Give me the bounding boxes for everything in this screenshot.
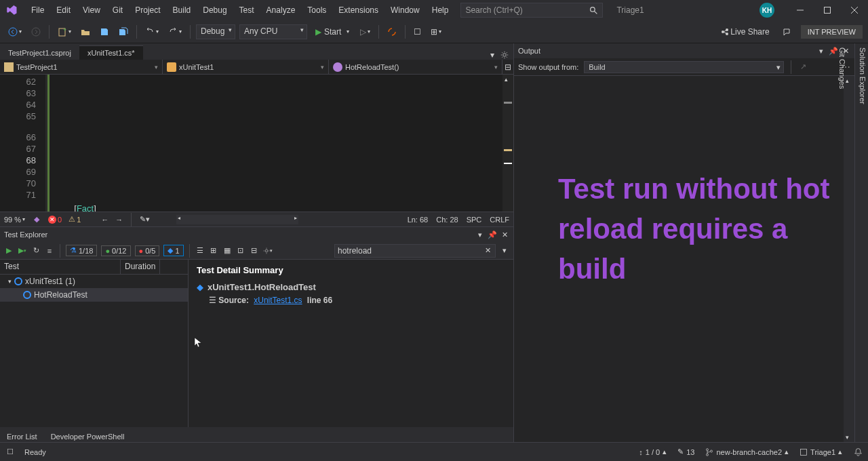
hot-reload-button[interactable] xyxy=(384,25,399,39)
menu-window[interactable]: Window xyxy=(385,3,425,18)
menu-build[interactable]: Build xyxy=(167,3,197,18)
tab-error-list[interactable]: Error List xyxy=(0,430,44,442)
nav-method-select[interactable]: HotReloadTest() xyxy=(329,60,502,74)
code-area[interactable]: [Fact] ⓘ | 0 references public void HotR… xyxy=(57,75,502,212)
col-indicator[interactable]: Ch: 28 xyxy=(436,216,458,224)
nav-fwd-button[interactable] xyxy=(28,25,43,39)
status-branch[interactable]: new-branch-cache2 ▴ xyxy=(705,447,789,456)
output-category-select[interactable]: Build xyxy=(584,61,784,73)
start-without-debug-button[interactable]: ▷▾ xyxy=(357,25,373,39)
nav-back-button[interactable]: ▾ xyxy=(5,25,24,39)
search-box[interactable]: Search (Ctrl+Q) xyxy=(460,3,603,18)
live-share-button[interactable]: Live Share xyxy=(717,25,772,39)
avatar[interactable]: KH xyxy=(760,3,774,18)
editor-scrollbar[interactable]: ▴ xyxy=(502,75,513,212)
minimize-button[interactable] xyxy=(787,0,814,20)
save-button[interactable] xyxy=(97,25,112,39)
menu-git[interactable]: Git xyxy=(107,3,128,18)
filter-button[interactable]: ☰ xyxy=(195,246,205,256)
goto-button[interactable]: ↗ xyxy=(798,62,808,72)
nav-prev[interactable]: ← xyxy=(101,216,108,224)
test-item-row[interactable]: HotReloadTest xyxy=(0,288,188,302)
output-body[interactable]: Test run without hot reload requires a b… xyxy=(514,76,844,442)
pin-icon[interactable]: 📌 xyxy=(829,46,838,56)
menu-view[interactable]: View xyxy=(77,3,106,18)
counter-fail[interactable]: ●0/5 xyxy=(135,245,160,256)
indent-indicator[interactable]: SPC xyxy=(467,216,482,224)
error-count[interactable]: ✕0 xyxy=(48,216,62,224)
save-all-button[interactable] xyxy=(116,25,131,39)
bell-icon[interactable] xyxy=(853,447,863,457)
maximize-button[interactable] xyxy=(814,0,841,20)
panel-dropdown-icon[interactable]: ▾ xyxy=(475,230,485,239)
col-test[interactable]: Test xyxy=(0,260,121,274)
run-button[interactable]: ▶▾ xyxy=(18,246,27,256)
svg-point-14 xyxy=(265,249,268,252)
zoom-level[interactable]: 99 % ▾ xyxy=(4,216,25,224)
menu-test[interactable]: Test xyxy=(234,3,260,18)
start-button[interactable]: ▶Start▾ xyxy=(311,26,353,38)
link-button[interactable]: ⊞▾ xyxy=(428,25,444,39)
new-button[interactable]: +▾ xyxy=(55,25,74,39)
split-editor-button[interactable]: ⊟ xyxy=(502,60,513,74)
repeat-button[interactable]: ↻ xyxy=(31,246,41,256)
menu-file[interactable]: File xyxy=(26,3,50,18)
feedback-button[interactable] xyxy=(779,25,794,39)
counter-total[interactable]: ⚗1/18 xyxy=(66,245,97,256)
run-all-button[interactable]: ▶ xyxy=(4,246,14,256)
test-search-input[interactable] xyxy=(338,246,483,256)
menu-extensions[interactable]: Extensions xyxy=(333,3,384,18)
menu-debug[interactable]: Debug xyxy=(197,3,232,18)
test-search-box[interactable]: ✕ xyxy=(334,244,496,258)
close-button[interactable] xyxy=(841,0,868,20)
test-group-row[interactable]: ▾ xUnitTest1 (1) xyxy=(0,275,188,288)
browser-button[interactable]: ☐ xyxy=(411,25,424,39)
status-repo[interactable]: Triage1 ▴ xyxy=(800,447,842,456)
pin-icon[interactable]: 📌 xyxy=(488,230,497,239)
tab-powershell[interactable]: Developer PowerShell xyxy=(44,430,132,442)
columns-button[interactable]: ▦ xyxy=(222,246,232,256)
tab-overflow-icon[interactable]: ▾ xyxy=(488,50,497,60)
warning-count[interactable]: ⚠1 xyxy=(68,215,81,224)
status-lines[interactable]: ↕ 1 / 0 ▴ xyxy=(639,447,667,456)
nav-next[interactable]: → xyxy=(115,216,123,224)
source-link[interactable]: xUnitTest1.cs xyxy=(254,296,302,305)
menu-analyze[interactable]: Analyze xyxy=(261,3,301,18)
counter-notrun[interactable]: ◆1 xyxy=(163,245,183,256)
menu-project[interactable]: Project xyxy=(130,3,165,18)
output-scrollbar[interactable]: ▴ ▾ xyxy=(844,76,854,442)
group-button[interactable]: ⊞ xyxy=(209,246,218,256)
expand-button[interactable]: ⊡ xyxy=(236,246,245,256)
close-icon[interactable]: ✕ xyxy=(500,230,509,239)
brush-icon[interactable]: ✎▾ xyxy=(140,215,149,224)
doc-tab-xunit[interactable]: xUnitTest1.cs* xyxy=(79,45,143,60)
menu-help[interactable]: Help xyxy=(427,3,454,18)
source-line: line 66 xyxy=(307,296,332,305)
settings-button[interactable]: ▾ xyxy=(263,246,273,256)
playlist-button[interactable]: ≡ xyxy=(45,246,54,256)
panel-dropdown-icon[interactable]: ▾ xyxy=(816,46,826,56)
platform-select[interactable]: Any CPU xyxy=(239,24,307,39)
tab-settings-icon[interactable] xyxy=(500,50,509,60)
nav-project-select[interactable]: TestProject1 xyxy=(0,60,163,74)
doc-tab-csproj[interactable]: TestProject1.csproj xyxy=(0,46,79,60)
collapse-button[interactable]: ⊟ xyxy=(250,246,259,256)
health-icon[interactable]: ◆ xyxy=(32,215,41,224)
line-indicator[interactable]: Ln: 68 xyxy=(408,216,429,224)
horiz-scroll[interactable]: ◂▸ xyxy=(176,215,298,224)
menu-tools[interactable]: Tools xyxy=(302,3,332,18)
counter-pass[interactable]: ●0/12 xyxy=(101,245,130,256)
lineending-indicator[interactable]: CRLF xyxy=(490,216,509,224)
clear-search-icon[interactable]: ✕ xyxy=(483,246,492,256)
menu-edit[interactable]: Edit xyxy=(51,3,76,18)
nav-class-select[interactable]: xUnitTest1 xyxy=(163,60,329,74)
solution-explorer-tab[interactable]: Solution Explorer xyxy=(859,47,867,438)
status-chars[interactable]: ✎ 13 xyxy=(677,447,694,456)
detail-test-name: xUnitTest1.HotReloadTest xyxy=(208,282,316,292)
open-button[interactable] xyxy=(78,25,93,39)
redo-button[interactable]: ▾ xyxy=(165,25,184,39)
col-duration[interactable]: Duration xyxy=(121,260,160,274)
config-select[interactable]: Debug xyxy=(196,24,235,39)
undo-button[interactable]: ▾ xyxy=(142,25,161,39)
search-options-icon[interactable]: ▾ xyxy=(500,246,509,256)
